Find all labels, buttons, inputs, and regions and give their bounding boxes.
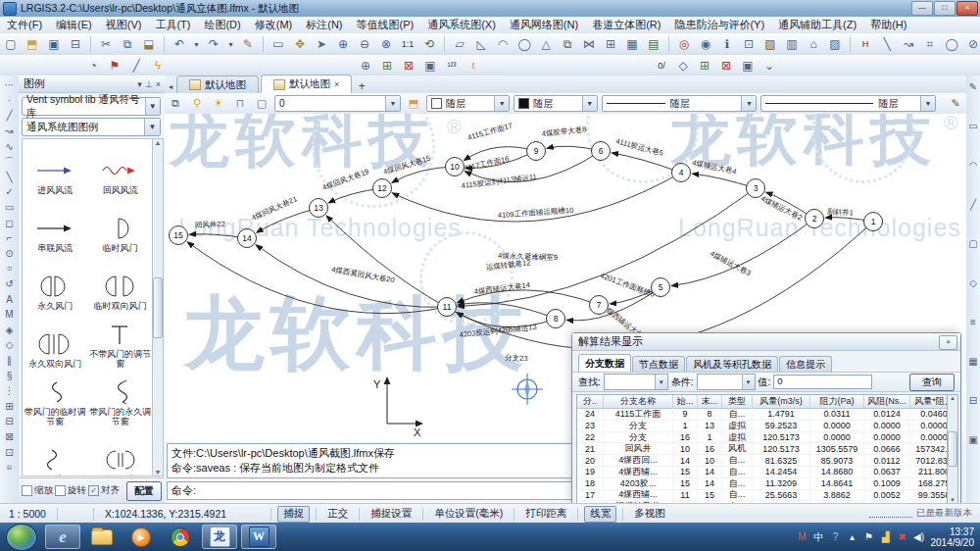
linestyle-select-3[interactable]: 随层▼ <box>602 95 758 112</box>
close-button[interactable]: × <box>956 1 978 16</box>
node-link-icon[interactable]: H <box>856 35 875 53</box>
redo-drop-icon[interactable]: ▾ <box>225 35 236 53</box>
tray-flag-icon[interactable]: ⚑ <box>863 531 875 542</box>
menu-item-12[interactable]: 隐患防治与评价(Y) <box>667 17 771 33</box>
grid-ruler-icon[interactable]: ▨ <box>825 35 845 53</box>
status-button-正交[interactable]: 正交 <box>322 507 353 522</box>
taskbar-clock[interactable]: 13:37 2014/9/20 <box>929 526 980 548</box>
panel-menu-icon[interactable]: ▾ <box>137 79 142 89</box>
region-remove-icon[interactable]: ⊠ <box>716 57 736 75</box>
status-button-多视图[interactable]: 多视图 <box>629 507 670 522</box>
scroll-thumb[interactable] <box>948 431 957 467</box>
chevron-down-icon[interactable]: ▼ <box>385 96 400 111</box>
pattern-icon[interactable]: ◇ <box>2 337 17 353</box>
menu-item-1[interactable]: 文件(F) <box>0 17 49 33</box>
check-icon[interactable]: ✓ <box>2 184 17 200</box>
map-tab-1[interactable]: 默认地图 <box>176 75 259 93</box>
branch-edge-1-13[interactable] <box>327 216 873 349</box>
new-file-icon[interactable]: ▢ <box>1 35 21 53</box>
chevron-down-icon[interactable]: ▼ <box>582 96 597 111</box>
chevron-down-icon[interactable]: ▼ <box>741 96 756 111</box>
menu-item-5[interactable]: 绘图(D) <box>197 17 247 33</box>
format-painter-icon[interactable]: ✎ <box>238 35 258 53</box>
scroll-up-icon[interactable]: ▲ <box>950 395 956 401</box>
slope-line-icon[interactable]: ╲ <box>877 35 897 53</box>
text-icon[interactable]: A <box>2 291 17 307</box>
legend-item-temp-double-door[interactable]: 临时双向风门 <box>88 255 154 313</box>
copy-icon[interactable]: ⧉ <box>118 35 137 53</box>
branch-data-table[interactable]: 分..分支名称始...末...类型风量(m3/s)阻力(Pa)风阻(Ns...风… <box>576 394 949 504</box>
chevron-down-icon[interactable]: ▼ <box>144 119 160 135</box>
map-tab-2[interactable]: 默认地图× <box>261 75 352 93</box>
legend-item-temp-door[interactable]: 临时风门 <box>88 197 154 255</box>
legend-item-outburst-door[interactable]: 防突风门 <box>88 428 154 476</box>
chevron-down-icon[interactable]: ▼ <box>145 98 160 115</box>
tray-lang-icon[interactable]: 中 <box>813 530 825 544</box>
align-box-icon[interactable]: ⊡ <box>2 444 17 460</box>
measure-icon[interactable]: ⊡ <box>739 35 759 53</box>
zoom-in-icon[interactable]: ⊕ <box>333 35 353 53</box>
solver-clock-icon[interactable]: ◔ <box>83 57 103 75</box>
dialog-tab-2[interactable]: 节点数据 <box>632 356 685 372</box>
branch-edge-4-6[interactable] <box>612 153 681 173</box>
status-button-打印距离[interactable]: 打印距离 <box>520 507 571 522</box>
info-icon[interactable]: ℹ <box>717 35 737 53</box>
tray-help-icon[interactable]: ? <box>830 531 842 542</box>
legend-scrollbar[interactable]: ▲ ▼ <box>152 138 164 476</box>
ray-icon[interactable]: ╲ <box>2 170 17 185</box>
table-scrollbar[interactable]: ▲ ▼ <box>947 394 958 504</box>
scroll-down-icon[interactable]: ▼ <box>155 469 162 476</box>
zoom-out-icon[interactable]: ⊖ <box>355 35 374 53</box>
new-tab-button[interactable]: + <box>354 79 369 93</box>
monitor-icon[interactable]: ▣ <box>967 432 980 446</box>
chevron-down-icon[interactable]: ▼ <box>494 96 509 111</box>
grid-icon[interactable]: ▦ <box>967 354 980 368</box>
cut-icon[interactable]: ✂ <box>96 35 116 53</box>
legend-item-window-temp[interactable]: 带风门的临时调节窗 <box>23 371 88 428</box>
align-left-icon[interactable]: ⊞ <box>2 398 17 414</box>
status-button-捕捉[interactable]: 捕捉 <box>277 506 310 523</box>
sheet-icon[interactable]: ▤ <box>644 35 663 53</box>
paste-icon[interactable]: ⬓ <box>139 35 159 53</box>
legend-item-perm-door[interactable]: 永久风门 <box>23 255 88 313</box>
collapse-icon[interactable]: ⌄ <box>760 57 779 75</box>
tray-m-icon[interactable]: M <box>797 531 808 542</box>
polyline-icon[interactable]: ↝ <box>2 124 17 139</box>
align-center-icon[interactable]: ⊟ <box>2 414 17 429</box>
layer-box-icon[interactable]: ▢ <box>252 95 271 113</box>
circle2-icon[interactable]: ◯ <box>942 35 961 53</box>
menu-item-4[interactable]: 工具(T) <box>148 17 197 33</box>
chevron-down-icon[interactable]: ▼ <box>742 375 755 389</box>
line-icon[interactable]: ╱ <box>2 108 17 124</box>
menu-item-13[interactable]: 通风辅助工具(Z) <box>771 17 863 33</box>
line-tool-icon[interactable]: ╱ <box>967 197 980 211</box>
color-select-2[interactable]: 随层▼ <box>514 95 597 112</box>
hatch-icon[interactable]: ◈ <box>2 323 17 338</box>
menu-item-6[interactable]: 修改(M) <box>248 17 300 33</box>
menu-item-14[interactable]: 帮助(H) <box>863 17 913 33</box>
legend-item-curtain[interactable]: 风帘 <box>23 428 88 476</box>
branch-icon[interactable]: ⌗ <box>920 35 940 53</box>
array-icon[interactable]: ⊞ <box>601 35 620 53</box>
symbol-library-select[interactable]: Vent symbol lib 通风符号库 ▼ <box>22 97 161 116</box>
checkbox-对齐[interactable]: ✓ <box>88 485 99 496</box>
menu-item-7[interactable]: 标注(N) <box>299 17 349 33</box>
start-button[interactable] <box>6 524 37 551</box>
draw-circle-icon[interactable]: ◯ <box>514 35 534 53</box>
list-icon[interactable]: ⋮ <box>2 383 17 399</box>
taskbar-lrgis[interactable]: 龙 <box>202 525 237 549</box>
condition-select[interactable]: ▼ <box>697 374 756 390</box>
eye-icon[interactable]: ◉ <box>696 35 715 53</box>
lock-icon[interactable]: ⊓ <box>230 95 250 113</box>
search-field-select[interactable]: ▼ <box>604 374 668 390</box>
square-icon[interactable]: ◻ <box>2 215 17 230</box>
bulb-icon[interactable]: ⚲ <box>187 95 207 113</box>
mtext-icon[interactable]: M <box>2 307 17 323</box>
dialog-tab-1[interactable]: 分支数据 <box>578 354 631 372</box>
zoom-select-icon[interactable]: ⊕ <box>356 57 375 75</box>
eraser-icon[interactable]: ◇ <box>673 57 693 75</box>
undo-drop-icon[interactable]: ▾ <box>191 35 202 53</box>
legend-item-window-perm[interactable]: 带风门的永久调节窗 <box>88 371 154 428</box>
close-icon[interactable]: × <box>939 335 957 350</box>
circle-icon[interactable]: ○ <box>2 261 17 276</box>
